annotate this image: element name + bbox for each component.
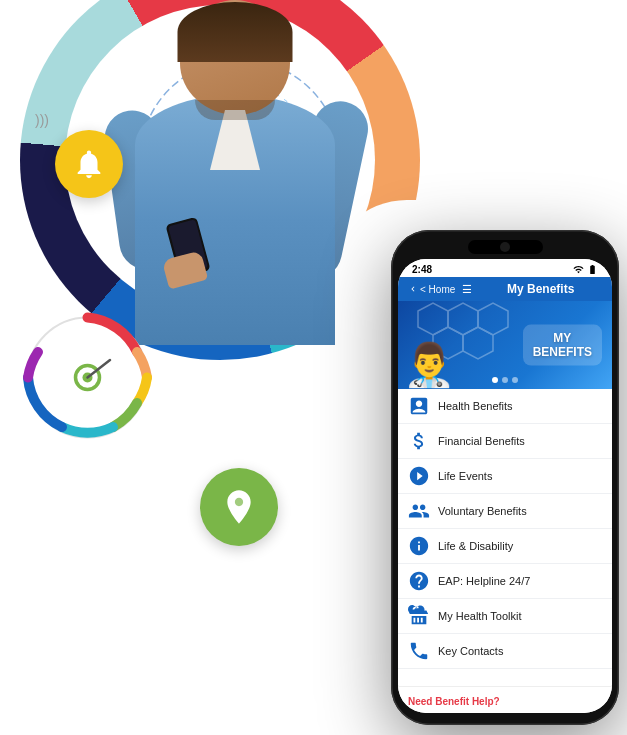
menu-item-financial-benefits-label: Financial Benefits bbox=[438, 435, 525, 447]
banner: 👨‍⚕️ MY BENEFITS bbox=[398, 301, 612, 389]
menu-item-life-disability-label: Life & Disability bbox=[438, 540, 513, 552]
nav-title: My Benefits bbox=[479, 282, 602, 296]
menu-item-voluntary-benefits-label: Voluntary Benefits bbox=[438, 505, 527, 517]
status-time: 2:48 bbox=[412, 264, 432, 275]
phone-mockup: 2:48 < Home ☰ My Benefits bbox=[391, 230, 619, 725]
menu-item-health-toolkit[interactable]: My Health Toolkit bbox=[398, 599, 612, 634]
banner-text-box: MY BENEFITS bbox=[523, 325, 602, 366]
gauge-widget bbox=[15, 305, 160, 450]
bell-waves: ))) bbox=[35, 112, 49, 128]
heart-location-icon[interactable] bbox=[200, 468, 278, 546]
menu-item-financial-benefits[interactable]: Financial Benefits bbox=[398, 424, 612, 459]
menu-item-health-toolkit-label: My Health Toolkit bbox=[438, 610, 522, 622]
banner-title-line2: BENEFITS bbox=[533, 345, 592, 359]
svg-marker-20 bbox=[463, 327, 493, 359]
menu-item-health-benefits-label: Health Benefits bbox=[438, 400, 513, 412]
menu-item-life-disability[interactable]: Life & Disability bbox=[398, 529, 612, 564]
nav-back-button[interactable]: < Home bbox=[408, 284, 455, 295]
menu-item-eap[interactable]: EAP: Helpline 24/7 bbox=[398, 564, 612, 599]
phone-screen: 2:48 < Home ☰ My Benefits bbox=[398, 259, 612, 713]
menu-item-voluntary-benefits[interactable]: Voluntary Benefits bbox=[398, 494, 612, 529]
notification-bell-icon[interactable] bbox=[55, 130, 123, 198]
banner-title-line1: MY bbox=[533, 331, 592, 345]
banner-doctor-icon: 👨‍⚕️ bbox=[403, 340, 455, 389]
menu-item-key-contacts-label: Key Contacts bbox=[438, 645, 503, 657]
status-bar: 2:48 bbox=[398, 259, 612, 277]
menu-list: Health Benefits Financial Benefits Life … bbox=[398, 389, 612, 686]
menu-item-health-benefits[interactable]: Health Benefits bbox=[398, 389, 612, 424]
menu-item-eap-label: EAP: Helpline 24/7 bbox=[438, 575, 530, 587]
menu-item-life-events[interactable]: Life Events bbox=[398, 459, 612, 494]
menu-item-life-events-label: Life Events bbox=[438, 470, 492, 482]
banner-dots bbox=[492, 377, 518, 383]
status-icons bbox=[573, 264, 598, 275]
nav-bar: < Home ☰ My Benefits bbox=[398, 277, 612, 301]
nav-menu-icon[interactable]: ☰ bbox=[462, 283, 472, 296]
phone-dynamic-island bbox=[468, 240, 543, 254]
need-help-text: Need Benefit Help? bbox=[408, 696, 500, 707]
menu-item-key-contacts[interactable]: Key Contacts bbox=[398, 634, 612, 669]
need-help-bar[interactable]: Need Benefit Help? bbox=[398, 686, 612, 713]
